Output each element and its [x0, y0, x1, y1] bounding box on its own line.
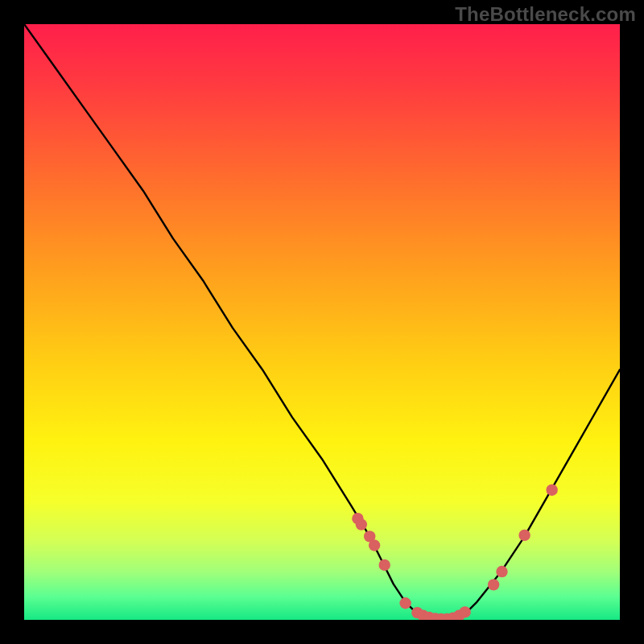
data-marker	[369, 539, 380, 551]
chart-svg	[24, 24, 620, 620]
data-marker	[459, 606, 470, 617]
data-marker	[546, 484, 557, 495]
chart-container: TheBottleneck.com	[0, 0, 644, 644]
plot-area	[24, 24, 620, 620]
data-marker	[379, 559, 390, 571]
gradient-background	[24, 24, 620, 620]
watermark-text: TheBottleneck.com	[455, 3, 636, 26]
data-marker	[496, 566, 507, 577]
data-marker	[518, 530, 530, 541]
data-marker	[488, 579, 499, 590]
data-marker	[399, 597, 411, 609]
data-marker	[356, 518, 367, 530]
